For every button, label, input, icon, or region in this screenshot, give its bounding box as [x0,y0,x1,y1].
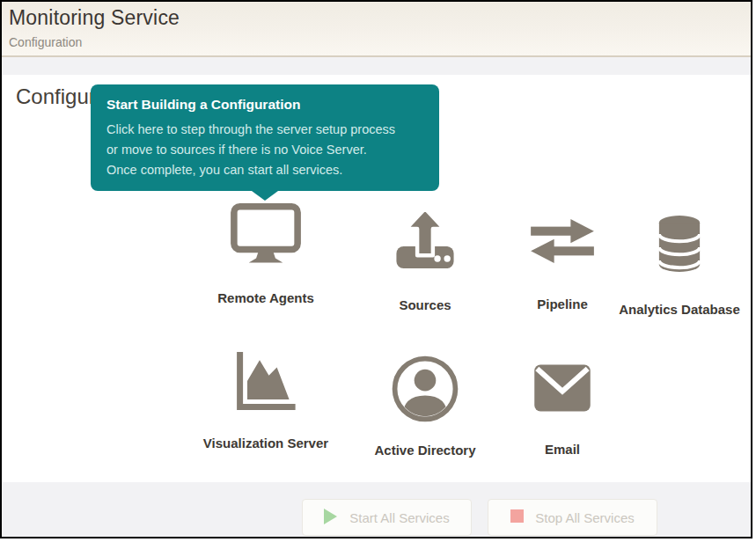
tooltip-pointer [252,191,278,201]
app-title: Monitoring Service [9,6,751,30]
envelope-icon [529,403,596,418]
monitor-icon [229,262,303,277]
upload-icon [393,260,458,275]
footer-bar: Start All Services Stop All Services [2,482,751,538]
start-all-services-button[interactable]: Start All Services [302,499,472,536]
service-tile-visualization-server[interactable]: Visualization Server [192,350,340,450]
service-label: Active Directory [353,443,497,458]
app-subtitle: Configuration [9,35,751,49]
setup-tooltip[interactable]: Start Building a Configuration Click her… [91,84,439,191]
service-label: Email [488,442,636,457]
monitoring-service-window: Monitoring Service Configuration Configu… [0,0,752,538]
start-button-label: Start All Services [349,510,449,525]
service-label: Visualization Server [192,436,340,450]
tooltip-title: Start Building a Configuration [106,97,423,113]
play-icon [324,509,338,527]
database-icon [650,267,709,282]
service-label: Analytics Database [606,302,752,317]
tooltip-text-line: Once complete, you can start all service… [106,160,423,180]
stop-square-icon [510,509,524,525]
stop-all-services-button[interactable]: Stop All Services [488,499,657,536]
tooltip-text-line: Click here to step through the server se… [106,120,423,140]
service-tile-remote-agents[interactable]: Remote Agents [192,201,340,305]
service-tile-analytics-database[interactable]: Analytics Database [606,209,752,317]
app-header: Monitoring Service Configuration [2,2,751,57]
service-tile-active-directory[interactable]: Active Directory [353,353,497,458]
transfer-arrows-icon [528,253,597,268]
service-tile-email[interactable]: Email [488,361,636,457]
service-label: Sources [355,297,495,312]
content-panel: Configuration Remote Agents Sources [2,75,751,482]
tooltip-text-line: or move to sources if there is no Voice … [106,140,423,160]
service-tile-sources[interactable]: Sources [355,204,495,312]
service-label: Remote Agents [192,290,340,305]
area-chart-icon [228,399,304,414]
user-circle-icon [389,413,461,428]
stop-button-label: Stop All Services [535,510,635,525]
